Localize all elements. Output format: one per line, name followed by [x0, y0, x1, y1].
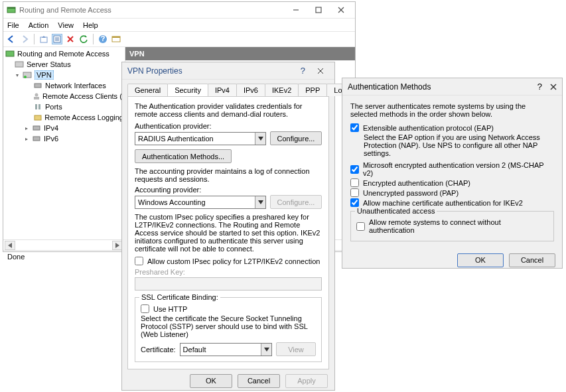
tree-pane[interactable]: Routing and Remote Access Server Status …	[3, 47, 125, 239]
chevron-down-icon[interactable]	[261, 344, 271, 356]
svg-rect-18	[15, 62, 23, 67]
unauth-legend: Unauthenticated access	[355, 207, 437, 215]
expand-icon[interactable]: ▸	[23, 125, 29, 131]
help-icon[interactable]: ?	[301, 66, 305, 76]
tree-netif[interactable]: Network Interfaces	[45, 82, 106, 90]
tab-ikev2[interactable]: IKEv2	[265, 84, 299, 96]
tree-rac[interactable]: Remote Access Clients (0	[42, 92, 125, 100]
titlebar: Routing and Remote Access	[3, 2, 355, 18]
maximize-button[interactable]	[307, 3, 330, 17]
auth-provider-combo[interactable]: RADIUS Authentication	[135, 132, 266, 145]
tabstrip: General Security IPv4 IPv6 IKEv2 PPP Log…	[122, 80, 334, 96]
minimize-button[interactable]	[285, 3, 307, 17]
svg-rect-17	[6, 51, 14, 56]
dialog-title: Authentication Methods	[348, 82, 537, 92]
cert-label: Certificate:	[141, 346, 176, 354]
configure-auth-button[interactable]: Configure...	[270, 131, 322, 145]
ral-icon	[33, 112, 42, 123]
collapse-icon[interactable]: ▾	[14, 72, 20, 78]
eap-desc: Select the EAP option if you are using N…	[364, 133, 554, 157]
dialog-titlebar: VPN Properties ?	[122, 62, 334, 80]
svg-rect-27	[33, 126, 40, 130]
close-button[interactable]	[330, 3, 352, 17]
tab-ipv4[interactable]: IPv4	[208, 84, 237, 96]
chevron-down-icon[interactable]	[255, 196, 265, 208]
tree-ipv6[interactable]: IPv6	[44, 135, 58, 143]
auth-provider-label: Authentication provider:	[135, 122, 322, 130]
cert-combo[interactable]: Default	[180, 343, 272, 356]
svg-rect-24	[35, 104, 37, 109]
menu-action[interactable]: Action	[29, 21, 49, 29]
mschap-checkbox[interactable]: Microsoft encrypted authentication versi…	[350, 161, 554, 177]
refresh-icon[interactable]	[78, 34, 89, 44]
svg-rect-21	[35, 84, 41, 88]
svg-point-22	[35, 94, 38, 97]
auth-methods-button[interactable]: Authentication Methods...	[135, 149, 232, 163]
cancel-button[interactable]: Cancel	[509, 253, 555, 267]
forward-icon[interactable]	[19, 34, 30, 44]
menubar: File Action View Help	[3, 18, 355, 31]
close-icon[interactable]	[550, 84, 557, 90]
right-pane-header: VPN	[125, 47, 355, 60]
tree-ral[interactable]: Remote Access Logging	[44, 113, 123, 121]
rac-icon	[33, 91, 40, 101]
expand-icon[interactable]: ▸	[23, 136, 29, 142]
server-status-icon	[14, 59, 25, 70]
delete-icon[interactable]	[65, 34, 76, 44]
accounting-text: The accounting provider maintains a log …	[135, 167, 322, 183]
ok-button[interactable]: OK	[190, 374, 232, 388]
apply-button: Apply	[285, 374, 328, 388]
svg-point-20	[24, 76, 27, 78]
svg-rect-28	[33, 137, 40, 141]
preshared-key-label: Preshared Key:	[135, 268, 322, 276]
view-cert-button: View	[276, 342, 316, 356]
preshared-key-input	[135, 277, 322, 291]
svg-rect-23	[34, 97, 39, 99]
acct-provider-combo[interactable]: Windows Accounting	[135, 196, 266, 209]
tab-ipv6[interactable]: IPv6	[236, 84, 265, 96]
netif-icon	[33, 80, 43, 91]
use-http-checkbox[interactable]: Use HTTP	[141, 304, 316, 313]
svg-rect-1	[7, 7, 15, 9]
menu-help[interactable]: Help	[83, 21, 98, 29]
ports-icon	[33, 101, 43, 112]
eap-checkbox[interactable]: Extensible authentication protocol (EAP)	[350, 123, 554, 132]
acct-provider-label: Accounting provider:	[135, 186, 322, 194]
help-icon[interactable]: ?	[98, 34, 108, 44]
dialog-buttons: OK Cancel Apply	[122, 369, 334, 392]
help-icon[interactable]: ?	[537, 82, 542, 92]
tab-security[interactable]: Security	[167, 84, 208, 96]
menu-view[interactable]: View	[58, 21, 74, 29]
scroll-left-icon[interactable]	[5, 241, 15, 250]
toolbar: ?	[3, 31, 355, 47]
ikev2-cert-checkbox[interactable]: Allow machine certificate authentication…	[350, 198, 554, 207]
pap-checkbox[interactable]: Unencrypted password (PAP)	[350, 188, 554, 197]
menu-file[interactable]: File	[7, 21, 19, 29]
allow-ipsec-checkbox[interactable]: Allow custom IPsec policy for L2TP/IKEv2…	[135, 257, 322, 265]
ssl-text: Select the certificate the Secure Socket…	[141, 314, 316, 338]
tab-ppp[interactable]: PPP	[298, 84, 327, 96]
ok-button[interactable]: OK	[457, 253, 504, 267]
properties-icon[interactable]	[52, 34, 62, 44]
chevron-down-icon[interactable]	[255, 133, 265, 145]
tree-ipv4[interactable]: IPv4	[44, 124, 58, 132]
close-icon[interactable]	[312, 64, 329, 78]
up-icon[interactable]	[38, 34, 49, 44]
back-icon[interactable]	[6, 34, 17, 44]
chap-checkbox[interactable]: Encrypted authentication (CHAP)	[350, 178, 554, 187]
unauth-fieldset: Unauthenticated access Allow remote syst…	[350, 211, 554, 241]
tab-panel: The Authentication provider validates cr…	[127, 96, 329, 369]
tree-server-status[interactable]: Server Status	[27, 60, 71, 68]
tree-ports[interactable]: Ports	[45, 103, 62, 111]
svg-rect-25	[38, 104, 40, 109]
configure-acct-button: Configure...	[270, 195, 322, 209]
unauth-checkbox[interactable]: Allow remote systems to connect without …	[356, 218, 548, 234]
tree-vpn[interactable]: VPN	[35, 70, 54, 80]
tree-root[interactable]: Routing and Remote Access	[17, 50, 109, 58]
cancel-button[interactable]: Cancel	[238, 374, 280, 388]
ssl-legend: SSL Certificate Binding:	[139, 293, 220, 301]
window-title: Routing and Remote Access	[19, 6, 285, 14]
run-icon[interactable]	[111, 34, 121, 44]
rras-icon	[5, 48, 15, 59]
tab-general[interactable]: General	[127, 84, 168, 96]
